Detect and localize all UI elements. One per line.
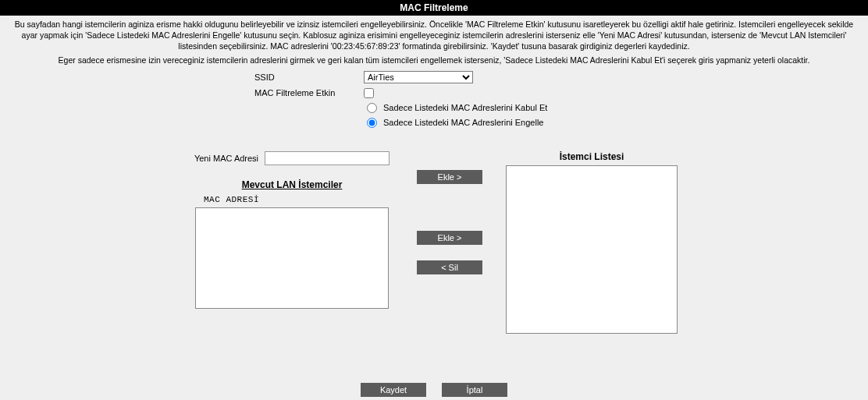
page-title: MAC Filtreleme: [0, 0, 868, 16]
save-button[interactable]: Kaydet: [361, 383, 426, 397]
right-column: İstemci Listesi: [502, 151, 681, 334]
new-mac-input[interactable]: [265, 151, 390, 165]
config-section: SSID AirTies MAC Filtreleme Etkin Sadece…: [200, 71, 668, 128]
ssid-select[interactable]: AirTies: [364, 71, 473, 83]
add-new-mac-button[interactable]: Ekle >: [417, 170, 482, 184]
client-list-header: İstemci Listesi: [560, 151, 624, 162]
left-column: Yeni MAC Adresi Mevcut LAN İstemciler MA…: [187, 151, 397, 334]
client-list-listbox[interactable]: [506, 165, 678, 334]
new-mac-label: Yeni MAC Adresi: [194, 154, 258, 163]
lan-clients-listbox[interactable]: [195, 207, 389, 309]
intro-paragraph-2: Eger sadece erismesine izin vereceginiz …: [0, 54, 868, 71]
mode-block-label: Sadece Listedeki MAC Adreslerini Engelle: [383, 118, 543, 127]
mode-block-radio[interactable]: [367, 118, 377, 128]
page-root: MAC Filtreleme Bu sayfadan hangi istemci…: [0, 0, 868, 400]
bottom-actions: Kaydet İptal: [0, 383, 868, 397]
remove-client-button[interactable]: < Sil: [417, 260, 482, 274]
lan-clients-column-header: MAC ADRESİ: [187, 195, 259, 204]
lower-center-buttons: Ekle > < Sil: [417, 231, 482, 274]
ssid-row: SSID AirTies: [254, 71, 668, 83]
ssid-label: SSID: [254, 73, 356, 82]
mode-accept-label: Sadece Listedeki MAC Adreslerini Kabul E…: [383, 103, 547, 112]
enable-checkbox[interactable]: [364, 88, 374, 98]
lists-area: Yeni MAC Adresi Mevcut LAN İstemciler MA…: [0, 151, 868, 334]
mode-accept-row: Sadece Listedeki MAC Adreslerini Kabul E…: [254, 103, 668, 113]
mode-accept-radio[interactable]: [367, 103, 377, 113]
mode-block-row: Sadece Listedeki MAC Adreslerini Engelle: [254, 118, 668, 128]
new-mac-row: Yeni MAC Adresi: [194, 151, 390, 165]
lan-clients-header: Mevcut LAN İstemciler: [242, 179, 343, 190]
intro-paragraph-1: Bu sayfadan hangi istemcilerin aginiza e…: [0, 16, 868, 54]
enable-row: MAC Filtreleme Etkin: [254, 88, 668, 98]
add-lan-client-button[interactable]: Ekle >: [417, 231, 482, 245]
enable-label: MAC Filtreleme Etkin: [254, 88, 356, 97]
center-buttons-column: Ekle > Ekle > < Sil: [414, 151, 485, 334]
cancel-button[interactable]: İptal: [442, 383, 507, 397]
